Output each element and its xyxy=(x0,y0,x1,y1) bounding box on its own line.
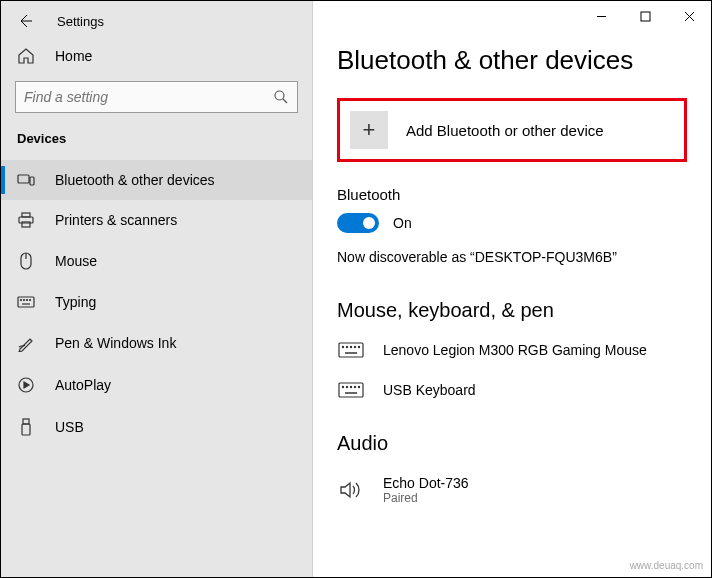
svg-point-24 xyxy=(350,346,351,347)
svg-point-12 xyxy=(30,300,31,301)
app-title: Settings xyxy=(57,14,104,29)
sidebar: Settings Home Devices Bluetooth & other … xyxy=(1,1,313,577)
section-heading-mouse: Mouse, keyboard, & pen xyxy=(337,299,687,322)
search-icon xyxy=(273,89,289,105)
svg-rect-21 xyxy=(339,343,363,357)
maximize-button[interactable] xyxy=(623,1,667,31)
svg-point-23 xyxy=(346,346,347,347)
bluetooth-label: Bluetooth xyxy=(337,186,687,203)
search-input[interactable] xyxy=(24,89,273,105)
svg-point-10 xyxy=(24,300,25,301)
close-button[interactable] xyxy=(667,1,711,31)
section-heading-audio: Audio xyxy=(337,432,687,455)
svg-point-30 xyxy=(346,386,347,387)
home-label: Home xyxy=(55,48,92,64)
device-row[interactable]: Echo Dot-736 Paired xyxy=(337,467,687,521)
sidebar-item-printers[interactable]: Printers & scanners xyxy=(1,200,312,240)
nav-label: Mouse xyxy=(55,253,97,269)
sidebar-item-typing[interactable]: Typing xyxy=(1,282,312,322)
devices-icon xyxy=(17,173,35,187)
svg-rect-28 xyxy=(339,383,363,397)
search-container xyxy=(1,75,312,121)
nav-label: Pen & Windows Ink xyxy=(55,335,176,351)
home-nav[interactable]: Home xyxy=(1,37,312,75)
svg-rect-8 xyxy=(18,297,34,307)
autoplay-icon xyxy=(17,376,35,394)
svg-point-32 xyxy=(354,386,355,387)
nav-label: AutoPlay xyxy=(55,377,111,393)
sidebar-item-autoplay[interactable]: AutoPlay xyxy=(1,364,312,406)
nav-label: Bluetooth & other devices xyxy=(55,172,215,188)
svg-point-31 xyxy=(350,386,351,387)
svg-rect-1 xyxy=(18,175,29,183)
sidebar-header: Settings xyxy=(1,1,312,37)
toggle-state-label: On xyxy=(393,215,412,231)
sidebar-item-mouse[interactable]: Mouse xyxy=(1,240,312,282)
page-title: Bluetooth & other devices xyxy=(337,45,687,76)
plus-icon: + xyxy=(350,111,388,149)
device-row[interactable]: Lenovo Legion M300 RGB Gaming Mouse xyxy=(337,334,687,374)
svg-rect-16 xyxy=(22,424,30,435)
svg-point-11 xyxy=(27,300,28,301)
discoverable-text: Now discoverable as “DESKTOP-FQU3M6B” xyxy=(337,249,687,265)
keyboard-icon xyxy=(17,296,35,308)
keyboard-icon xyxy=(337,342,365,358)
device-status: Paired xyxy=(383,491,469,505)
watermark: www.deuaq.com xyxy=(630,560,703,571)
sidebar-item-usb[interactable]: USB xyxy=(1,406,312,448)
mouse-icon xyxy=(17,252,35,270)
content-pane: Bluetooth & other devices + Add Bluetoot… xyxy=(313,1,711,577)
svg-point-26 xyxy=(358,346,359,347)
usb-icon xyxy=(17,418,35,436)
minimize-button[interactable] xyxy=(579,1,623,31)
svg-point-9 xyxy=(21,300,22,301)
add-device-button[interactable]: + Add Bluetooth or other device xyxy=(337,98,687,162)
svg-point-25 xyxy=(354,346,355,347)
pen-icon xyxy=(17,334,35,352)
bluetooth-toggle-row: On xyxy=(337,213,687,233)
sidebar-item-bluetooth[interactable]: Bluetooth & other devices xyxy=(1,160,312,200)
sidebar-item-pen[interactable]: Pen & Windows Ink xyxy=(1,322,312,364)
svg-rect-2 xyxy=(30,177,34,185)
svg-rect-18 xyxy=(641,12,650,21)
back-arrow-icon[interactable] xyxy=(17,13,33,29)
device-name: Lenovo Legion M300 RGB Gaming Mouse xyxy=(383,342,647,358)
section-label: Devices xyxy=(1,121,312,160)
svg-rect-4 xyxy=(22,213,30,217)
svg-point-0 xyxy=(275,91,284,100)
device-name: USB Keyboard xyxy=(383,382,476,398)
printer-icon xyxy=(17,212,35,228)
speaker-icon xyxy=(337,480,365,500)
svg-point-29 xyxy=(342,386,343,387)
window-controls xyxy=(579,1,711,31)
device-name: Echo Dot-736 xyxy=(383,475,469,491)
search-box[interactable] xyxy=(15,81,298,113)
nav-label: Printers & scanners xyxy=(55,212,177,228)
bluetooth-toggle[interactable] xyxy=(337,213,379,233)
svg-point-22 xyxy=(342,346,343,347)
device-row[interactable]: USB Keyboard xyxy=(337,374,687,414)
keyboard-icon xyxy=(337,382,365,398)
home-icon xyxy=(17,47,35,65)
svg-point-33 xyxy=(358,386,359,387)
nav-label: Typing xyxy=(55,294,96,310)
add-device-label: Add Bluetooth or other device xyxy=(406,122,604,139)
svg-rect-15 xyxy=(23,419,29,424)
nav-label: USB xyxy=(55,419,84,435)
